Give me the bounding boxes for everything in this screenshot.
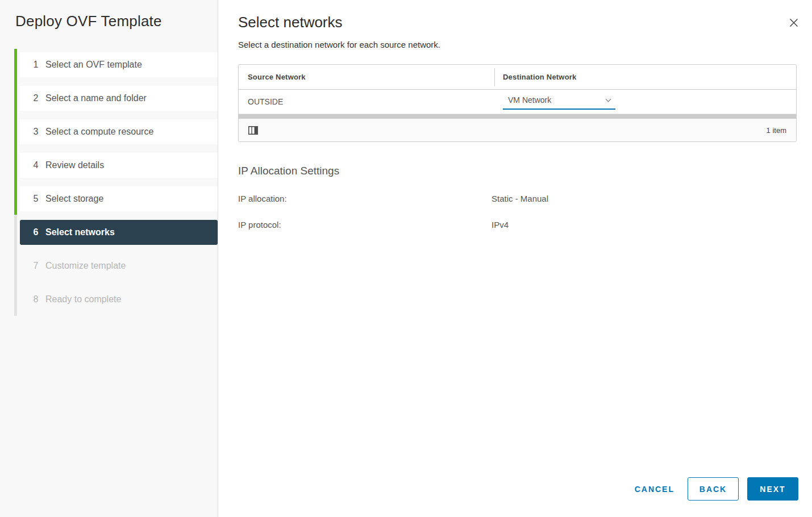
close-button[interactable] [786, 15, 801, 30]
dialog-title: Deploy OVF Template [0, 0, 218, 30]
ip-allocation-field: IP allocation: Static - Manual [238, 194, 797, 203]
progress-rail-remaining [14, 215, 17, 316]
step-number: 3 [31, 127, 40, 137]
columns-icon [248, 126, 258, 135]
step-number: 8 [31, 294, 40, 305]
chevron-down-icon [606, 97, 611, 102]
wizard-steps: 1 Select an OVF template 2 Select a name… [20, 52, 218, 320]
step-label: Review details [45, 160, 104, 170]
horizontal-scrollbar[interactable] [239, 114, 796, 119]
ip-settings-heading: IP Allocation Settings [238, 165, 797, 177]
ip-protocol-label: IP protocol: [238, 220, 492, 230]
cancel-button[interactable]: CANCEL [630, 477, 679, 501]
ip-allocation-settings: IP Allocation Settings IP allocation: St… [238, 165, 797, 230]
table-header-row: Source Network Destination Network [239, 65, 796, 90]
item-count: 1 item [767, 126, 786, 135]
ip-protocol-value: IPv4 [492, 220, 509, 230]
deploy-ovf-template-dialog: Deploy OVF Template 1 Select an OVF temp… [0, 0, 812, 517]
next-button[interactable]: NEXT [747, 477, 798, 501]
page-subtitle: Select a destination network for each so… [238, 40, 797, 49]
ip-protocol-field: IP protocol: IPv4 [238, 220, 797, 230]
progress-rail-completed [14, 49, 17, 215]
column-header-source-network: Source Network [239, 73, 494, 81]
destination-network-select[interactable]: VM Network [503, 94, 615, 110]
step-label: Select a compute resource [45, 127, 153, 137]
table-footer: 1 item [239, 119, 796, 141]
network-mapping-table: Source Network Destination Network OUTSI… [238, 64, 797, 142]
wizard-step-2[interactable]: 2 Select a name and folder [20, 86, 218, 111]
wizard-content-panel: Select networks Select a destination net… [218, 0, 812, 517]
step-label: Customize template [45, 261, 126, 271]
page-title: Select networks [238, 14, 797, 31]
ip-allocation-value: Static - Manual [492, 194, 548, 203]
step-label: Ready to complete [45, 294, 121, 305]
source-network-cell: OUTSIDE [239, 97, 494, 106]
destination-network-cell: VM Network [494, 94, 796, 110]
column-divider [494, 68, 495, 86]
step-number: 2 [31, 93, 40, 103]
column-header-destination-network: Destination Network [494, 73, 796, 81]
wizard-step-8: 8 Ready to complete [20, 287, 218, 312]
back-button[interactable]: BACK [688, 477, 739, 501]
wizard-action-buttons: CANCEL BACK NEXT [630, 477, 798, 501]
close-icon [789, 18, 799, 28]
step-number: 7 [31, 261, 40, 271]
step-number: 6 [31, 227, 40, 237]
wizard-step-3[interactable]: 3 Select a compute resource [20, 119, 218, 144]
step-number: 5 [31, 194, 40, 204]
selected-network-value: VM Network [508, 95, 551, 105]
wizard-step-7: 7 Customize template [20, 253, 218, 278]
wizard-step-5[interactable]: 5 Select storage [20, 186, 218, 211]
wizard-step-6-active[interactable]: 6 Select networks [20, 220, 218, 245]
ip-allocation-label: IP allocation: [238, 194, 492, 203]
column-picker-button[interactable] [248, 126, 258, 135]
wizard-step-4[interactable]: 4 Review details [20, 153, 218, 178]
step-number: 4 [31, 160, 40, 170]
step-label: Select networks [45, 227, 115, 237]
step-label: Select storage [45, 194, 103, 204]
step-label: Select an OVF template [45, 60, 142, 70]
wizard-sidebar: Deploy OVF Template 1 Select an OVF temp… [0, 0, 218, 517]
table-row: OUTSIDE VM Network [239, 90, 796, 114]
wizard-step-1[interactable]: 1 Select an OVF template [20, 52, 218, 77]
step-label: Select a name and folder [45, 93, 147, 103]
step-number: 1 [31, 60, 40, 70]
